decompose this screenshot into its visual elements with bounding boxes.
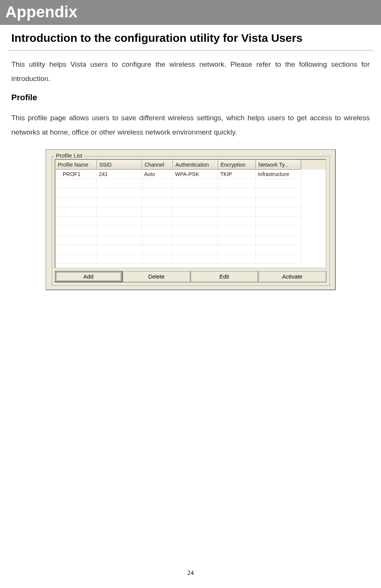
col-header-authentication[interactable]: Authentication <box>173 160 218 170</box>
table-row[interactable] <box>55 236 326 245</box>
cell-authentication: WPA-PSK <box>173 170 218 179</box>
section-title: Introduction to the configuration utilit… <box>0 25 381 45</box>
profile-list-fieldset: Profile List Profile Name SSID Channel A… <box>51 156 330 286</box>
profile-grid[interactable]: Profile Name SSID Channel Authentication… <box>55 159 326 268</box>
table-row[interactable] <box>55 245 326 254</box>
table-row[interactable] <box>55 217 326 226</box>
profile-paragraph: This profile page allows users to save d… <box>0 104 381 142</box>
table-row[interactable]: PROF1 241 Auto WPA-PSK TKIP Infrastructu… <box>55 170 326 179</box>
grid-header-row: Profile Name SSID Channel Authentication… <box>55 160 326 170</box>
cell-channel: Auto <box>142 170 173 179</box>
col-header-encryption[interactable]: Encryption <box>218 160 256 170</box>
col-header-channel[interactable]: Channel <box>142 160 173 170</box>
cell-profile-name: PROF1 <box>55 170 97 179</box>
activate-button[interactable]: Activate <box>258 271 326 282</box>
table-row[interactable] <box>55 188 326 198</box>
divider <box>8 47 373 51</box>
table-row[interactable] <box>55 254 326 264</box>
cell-encryption: TKIP <box>218 170 256 179</box>
fieldset-legend: Profile List <box>55 152 84 159</box>
appendix-banner: Appendix <box>0 0 381 25</box>
table-row[interactable] <box>55 207 326 217</box>
edit-button[interactable]: Edit <box>190 271 258 282</box>
cell-ssid: 241 <box>97 170 142 179</box>
table-row[interactable] <box>55 198 326 207</box>
col-header-profile-name[interactable]: Profile Name <box>55 160 97 170</box>
screenshot-container: Profile List Profile Name SSID Channel A… <box>0 142 381 290</box>
table-row[interactable] <box>55 179 326 188</box>
intro-paragraph: This utility helps Vista users to config… <box>0 51 381 89</box>
table-row[interactable] <box>55 226 326 236</box>
delete-button[interactable]: Delete <box>122 271 190 282</box>
profile-heading: Profile <box>0 89 381 104</box>
cell-network-type: Infrastructure <box>256 170 301 179</box>
profile-panel: Profile List Profile Name SSID Channel A… <box>46 149 336 290</box>
page-number: 24 <box>0 569 381 577</box>
grid-body: PROF1 241 Auto WPA-PSK TKIP Infrastructu… <box>55 170 326 268</box>
appendix-title: Appendix <box>5 3 77 21</box>
col-header-ssid[interactable]: SSID <box>97 160 142 170</box>
col-header-network-type[interactable]: Network Ty... <box>256 160 301 170</box>
add-button[interactable]: Add <box>55 271 122 282</box>
button-row: Add Delete Edit Activate <box>55 271 326 282</box>
